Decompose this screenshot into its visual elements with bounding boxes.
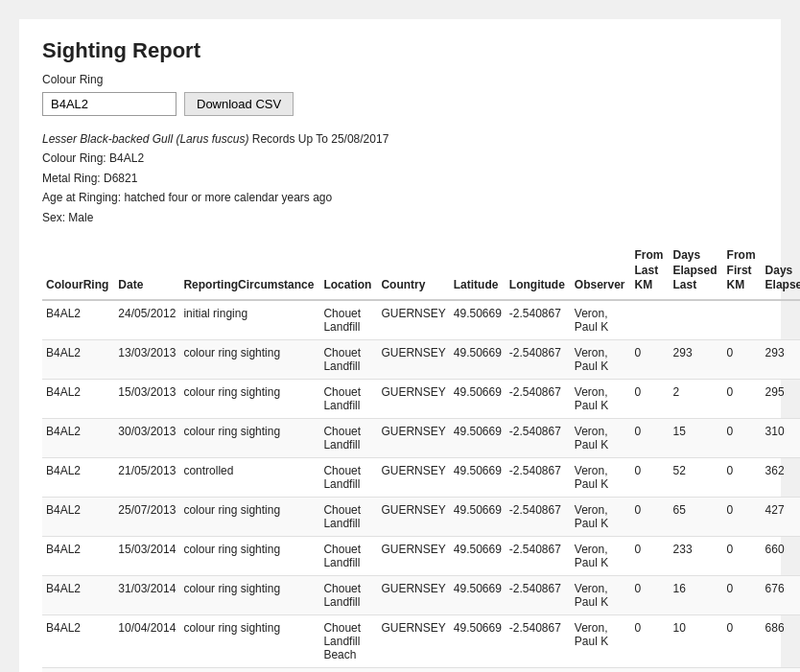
cell-country: GUERNSEY bbox=[377, 339, 449, 379]
cell-days_elapsed_last: 10 bbox=[670, 614, 723, 667]
col-colour-ring: ColourRing bbox=[42, 244, 114, 300]
cell-observer: Veron, Paul K bbox=[571, 497, 631, 536]
cell-date: 15/03/2013 bbox=[114, 379, 179, 418]
cell-country: GUERNSEY bbox=[377, 379, 449, 418]
cell-location: Chouet Landfill bbox=[319, 339, 377, 379]
col-observer: Observer bbox=[571, 244, 631, 300]
cell-longitude: -2.540867 bbox=[506, 575, 571, 614]
cell-observer: Veron, Paul K bbox=[571, 667, 631, 672]
cell-date: 10/04/2014 bbox=[114, 614, 179, 667]
info-colour-ring: Colour Ring: B4AL2 bbox=[42, 149, 758, 168]
cell-from_first_km: 0 bbox=[723, 457, 762, 497]
cell-latitude: 49.50669 bbox=[450, 339, 506, 379]
cell-days_elapsed_last: 52 bbox=[670, 457, 723, 497]
cell-country: GUERNSEY bbox=[377, 300, 449, 340]
download-csv-button[interactable]: Download CSV bbox=[184, 92, 294, 116]
cell-days_elapsed: 687 bbox=[762, 667, 800, 672]
table-header-row: ColourRing Date ReportingCircumstance Lo… bbox=[42, 244, 800, 300]
colour-ring-label: Colour Ring bbox=[42, 73, 758, 86]
cell-latitude: 49.50669 bbox=[450, 379, 506, 418]
cell-country: GUERNSEY bbox=[377, 457, 449, 497]
cell-from_first_km: 0 bbox=[723, 575, 762, 614]
cell-date: 21/05/2013 bbox=[114, 457, 179, 497]
table-row: B4AL225/07/2013colour ring sightingChoue… bbox=[42, 497, 800, 536]
cell-colour_ring: B4AL2 bbox=[42, 457, 114, 497]
cell-from_first_km: 0 bbox=[723, 497, 762, 536]
cell-days_elapsed: 293 bbox=[762, 339, 800, 379]
cell-colour_ring: B4AL2 bbox=[42, 614, 114, 667]
cell-location: Chouet Landfill Beach bbox=[319, 667, 377, 672]
cell-date: 24/05/2012 bbox=[114, 300, 179, 340]
records-text: Records Up To 25/08/2017 bbox=[252, 132, 389, 146]
cell-from_last_km: 0 bbox=[631, 667, 670, 672]
cell-from_last_km: 0 bbox=[631, 575, 670, 614]
cell-days_elapsed bbox=[762, 300, 800, 340]
cell-date: 15/03/2014 bbox=[114, 536, 179, 575]
cell-observer: Veron, Paul K bbox=[571, 418, 631, 457]
cell-country: GUERNSEY bbox=[377, 497, 449, 536]
cell-country: GUERNSEY bbox=[377, 536, 449, 575]
cell-latitude: 49.50669 bbox=[450, 497, 506, 536]
cell-date: 30/03/2013 bbox=[114, 418, 179, 457]
cell-reporting: colour ring sighting bbox=[179, 339, 319, 379]
cell-reporting: colour ring sighting bbox=[179, 418, 319, 457]
cell-from_first_km: 0 bbox=[723, 418, 762, 457]
table-row: B4AL211/04/2014colour ring sightingChoue… bbox=[42, 667, 800, 672]
table-row: B4AL231/03/2014colour ring sightingChoue… bbox=[42, 575, 800, 614]
cell-longitude: -2.540867 bbox=[506, 418, 571, 457]
cell-days_elapsed_last: 65 bbox=[670, 497, 723, 536]
col-reporting: ReportingCircumstance bbox=[179, 244, 319, 300]
col-from-first-km: From First KM bbox=[723, 244, 762, 300]
cell-colour_ring: B4AL2 bbox=[42, 339, 114, 379]
cell-latitude: 49.50669 bbox=[450, 575, 506, 614]
cell-from_last_km: 0 bbox=[631, 497, 670, 536]
cell-from_first_km bbox=[723, 300, 762, 340]
cell-location: Chouet Landfill bbox=[319, 300, 377, 340]
cell-reporting: initial ringing bbox=[179, 300, 319, 340]
cell-reporting: colour ring sighting bbox=[179, 614, 319, 667]
cell-longitude: -2.540867 bbox=[506, 614, 571, 667]
input-row: Download CSV bbox=[42, 92, 758, 116]
cell-reporting: colour ring sighting bbox=[179, 667, 319, 672]
cell-days_elapsed_last: 15 bbox=[670, 418, 723, 457]
info-age: Age at Ringing: hatched four or more cal… bbox=[42, 188, 758, 207]
cell-longitude: -2.540867 bbox=[506, 536, 571, 575]
cell-latitude: 49.50669 bbox=[450, 536, 506, 575]
info-species: Lesser Black-backed Gull (Larus fuscus) … bbox=[42, 129, 758, 149]
info-block: Lesser Black-backed Gull (Larus fuscus) … bbox=[42, 129, 758, 227]
sightings-table: ColourRing Date ReportingCircumstance Lo… bbox=[42, 244, 800, 672]
cell-days_elapsed_last bbox=[670, 300, 723, 340]
cell-observer: Veron, Paul K bbox=[571, 536, 631, 575]
cell-longitude: -2.540867 bbox=[506, 457, 571, 497]
cell-date: 31/03/2014 bbox=[114, 575, 179, 614]
table-row: B4AL213/03/2013colour ring sightingChoue… bbox=[42, 339, 800, 379]
cell-location: Chouet Landfill bbox=[319, 575, 377, 614]
cell-date: 13/03/2013 bbox=[114, 339, 179, 379]
col-country: Country bbox=[377, 244, 449, 300]
cell-from_first_km: 0 bbox=[723, 536, 762, 575]
cell-longitude: -2.540867 bbox=[506, 339, 571, 379]
col-longitude: Longitude bbox=[506, 244, 571, 300]
cell-colour_ring: B4AL2 bbox=[42, 300, 114, 340]
col-date: Date bbox=[114, 244, 179, 300]
table-row: B4AL221/05/2013controlledChouet Landfill… bbox=[42, 457, 800, 497]
cell-location: Chouet Landfill bbox=[319, 457, 377, 497]
cell-from_last_km bbox=[631, 300, 670, 340]
cell-colour_ring: B4AL2 bbox=[42, 497, 114, 536]
cell-from_first_km: 0 bbox=[723, 379, 762, 418]
cell-colour_ring: B4AL2 bbox=[42, 418, 114, 457]
cell-days_elapsed_last: 16 bbox=[670, 575, 723, 614]
cell-from_last_km: 0 bbox=[631, 614, 670, 667]
cell-days_elapsed: 686 bbox=[762, 614, 800, 667]
col-latitude: Latitude bbox=[450, 244, 506, 300]
colour-ring-input[interactable] bbox=[42, 92, 176, 116]
cell-date: 11/04/2014 bbox=[114, 667, 179, 672]
table-row: B4AL210/04/2014colour ring sightingChoue… bbox=[42, 614, 800, 667]
cell-from_first_km: 0 bbox=[723, 614, 762, 667]
cell-country: GUERNSEY bbox=[377, 575, 449, 614]
cell-latitude: 49.50669 bbox=[450, 418, 506, 457]
cell-reporting: colour ring sighting bbox=[179, 379, 319, 418]
cell-observer: Veron, Paul K bbox=[571, 339, 631, 379]
cell-latitude: 49.50669 bbox=[450, 667, 506, 672]
cell-reporting: controlled bbox=[179, 457, 319, 497]
